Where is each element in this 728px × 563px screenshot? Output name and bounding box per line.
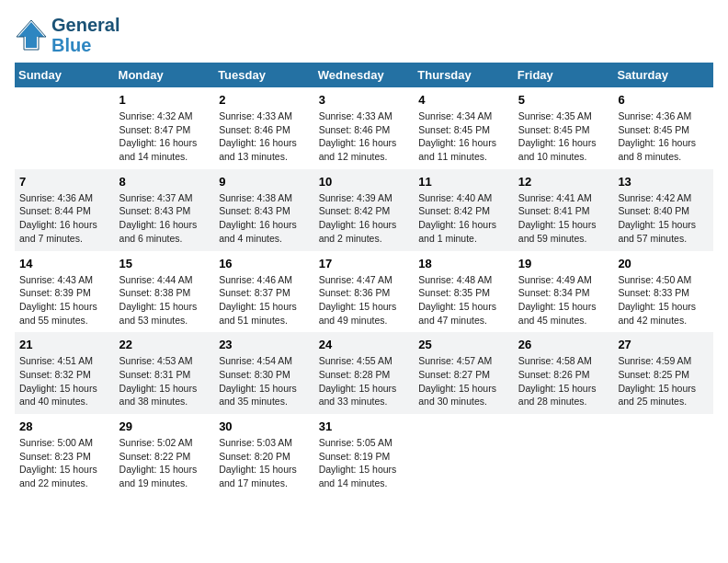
calendar-cell: 21Sunrise: 4:51 AMSunset: 8:32 PMDayligh… [15,332,115,414]
calendar-cell: 26Sunrise: 4:58 AMSunset: 8:26 PMDayligh… [514,332,614,414]
calendar-week-row: 28Sunrise: 5:00 AMSunset: 8:23 PMDayligh… [15,414,713,496]
calendar-cell: 31Sunrise: 5:05 AMSunset: 8:19 PMDayligh… [314,414,415,496]
day-number: 6 [618,93,709,107]
logo: General Blue [15,15,119,55]
day-number: 19 [518,257,609,270]
calendar-cell: 9Sunrise: 4:38 AMSunset: 8:43 PMDaylight… [214,169,314,251]
calendar-week-row: 1Sunrise: 4:32 AMSunset: 8:47 PMDaylight… [15,87,713,169]
day-number: 2 [219,93,310,107]
day-info: Sunrise: 4:42 AMSunset: 8:40 PMDaylight:… [618,191,709,246]
day-number: 7 [19,175,110,189]
calendar-cell: 29Sunrise: 5:02 AMSunset: 8:22 PMDayligh… [115,414,215,496]
day-info: Sunrise: 5:03 AMSunset: 8:20 PMDaylight:… [219,436,310,490]
day-number: 18 [418,257,509,270]
calendar-cell: 3Sunrise: 4:33 AMSunset: 8:46 PMDaylight… [314,87,415,169]
calendar-cell: 19Sunrise: 4:49 AMSunset: 8:34 PMDayligh… [514,251,614,333]
day-number: 15 [119,257,210,270]
day-info: Sunrise: 5:00 AMSunset: 8:23 PMDaylight:… [19,436,110,490]
day-number: 5 [518,93,609,107]
day-info: Sunrise: 4:47 AMSunset: 8:36 PMDaylight:… [319,273,410,327]
day-number: 30 [219,419,310,433]
calendar-cell: 13Sunrise: 4:42 AMSunset: 8:40 PMDayligh… [613,169,713,251]
day-number: 8 [119,175,210,189]
day-info: Sunrise: 4:48 AMSunset: 8:35 PMDaylight:… [418,273,509,327]
svg-marker-0 [18,22,44,48]
calendar-cell: 17Sunrise: 4:47 AMSunset: 8:36 PMDayligh… [314,251,415,333]
day-number: 11 [418,175,509,189]
weekday-header-thursday: Thursday [414,63,514,87]
day-number: 14 [19,257,110,270]
day-info: Sunrise: 4:59 AMSunset: 8:25 PMDaylight:… [618,354,709,408]
day-number: 26 [518,338,609,351]
day-number: 3 [319,93,410,107]
day-number: 9 [219,175,310,189]
day-number: 10 [319,175,410,189]
calendar-cell: 4Sunrise: 4:34 AMSunset: 8:45 PMDaylight… [414,87,514,169]
calendar-cell: 6Sunrise: 4:36 AMSunset: 8:45 PMDaylight… [613,87,713,169]
calendar-cell: 7Sunrise: 4:36 AMSunset: 8:44 PMDaylight… [15,169,115,251]
day-number: 4 [418,93,509,107]
day-number: 29 [119,419,210,433]
day-info: Sunrise: 4:51 AMSunset: 8:32 PMDaylight:… [19,354,110,408]
weekday-header-sunday: Sunday [15,63,115,87]
weekday-header-tuesday: Tuesday [214,63,314,87]
day-number: 25 [418,338,509,351]
day-number: 17 [319,257,410,270]
calendar-cell: 8Sunrise: 4:37 AMSunset: 8:43 PMDaylight… [115,169,215,251]
day-info: Sunrise: 4:36 AMSunset: 8:45 PMDaylight:… [618,109,709,164]
calendar-cell: 16Sunrise: 4:46 AMSunset: 8:37 PMDayligh… [214,251,314,333]
day-number: 22 [119,338,210,351]
calendar-cell: 14Sunrise: 4:43 AMSunset: 8:39 PMDayligh… [15,251,115,333]
calendar-table: SundayMondayTuesdayWednesdayThursdayFrid… [15,63,713,496]
calendar-cell: 1Sunrise: 4:32 AMSunset: 8:47 PMDaylight… [115,87,215,169]
calendar-cell: 25Sunrise: 4:57 AMSunset: 8:27 PMDayligh… [414,332,514,414]
calendar-cell [613,414,713,496]
weekday-header-saturday: Saturday [613,63,713,87]
day-number: 16 [219,257,310,270]
day-number: 23 [219,338,310,351]
weekday-header-friday: Friday [514,63,614,87]
calendar-cell: 27Sunrise: 4:59 AMSunset: 8:25 PMDayligh… [613,332,713,414]
day-number: 13 [618,175,709,189]
day-number: 27 [618,338,709,351]
calendar-cell: 15Sunrise: 4:44 AMSunset: 8:38 PMDayligh… [115,251,215,333]
weekday-header-wednesday: Wednesday [314,63,415,87]
day-number: 1 [119,93,210,107]
day-info: Sunrise: 4:37 AMSunset: 8:43 PMDaylight:… [119,191,210,246]
calendar-cell [514,414,614,496]
day-info: Sunrise: 4:34 AMSunset: 8:45 PMDaylight:… [418,109,509,164]
day-info: Sunrise: 4:46 AMSunset: 8:37 PMDaylight:… [219,273,310,327]
day-info: Sunrise: 4:44 AMSunset: 8:38 PMDaylight:… [119,273,210,327]
day-number: 20 [618,257,709,270]
day-info: Sunrise: 4:57 AMSunset: 8:27 PMDaylight:… [418,354,509,408]
day-info: Sunrise: 4:36 AMSunset: 8:44 PMDaylight:… [19,191,110,246]
day-info: Sunrise: 4:41 AMSunset: 8:41 PMDaylight:… [518,191,609,246]
page-header: General Blue [15,15,713,55]
day-info: Sunrise: 4:39 AMSunset: 8:42 PMDaylight:… [319,191,410,246]
day-info: Sunrise: 4:50 AMSunset: 8:33 PMDaylight:… [618,273,709,327]
day-info: Sunrise: 4:38 AMSunset: 8:43 PMDaylight:… [219,191,310,246]
day-number: 21 [19,338,110,351]
calendar-cell: 20Sunrise: 4:50 AMSunset: 8:33 PMDayligh… [613,251,713,333]
calendar-cell: 30Sunrise: 5:03 AMSunset: 8:20 PMDayligh… [214,414,314,496]
logo-icon [15,18,48,52]
calendar-cell: 12Sunrise: 4:41 AMSunset: 8:41 PMDayligh… [514,169,614,251]
day-info: Sunrise: 4:40 AMSunset: 8:42 PMDaylight:… [418,191,509,246]
day-info: Sunrise: 5:02 AMSunset: 8:22 PMDaylight:… [119,436,210,490]
day-info: Sunrise: 4:33 AMSunset: 8:46 PMDaylight:… [319,109,410,164]
day-info: Sunrise: 4:43 AMSunset: 8:39 PMDaylight:… [19,273,110,327]
day-info: Sunrise: 4:54 AMSunset: 8:30 PMDaylight:… [219,354,310,408]
calendar-cell: 22Sunrise: 4:53 AMSunset: 8:31 PMDayligh… [115,332,215,414]
calendar-week-row: 21Sunrise: 4:51 AMSunset: 8:32 PMDayligh… [15,332,713,414]
calendar-week-row: 7Sunrise: 4:36 AMSunset: 8:44 PMDaylight… [15,169,713,251]
logo-text: General Blue [51,15,119,55]
day-number: 24 [319,338,410,351]
weekday-header-monday: Monday [115,63,215,87]
day-number: 12 [518,175,609,189]
calendar-cell: 5Sunrise: 4:35 AMSunset: 8:45 PMDaylight… [514,87,614,169]
day-info: Sunrise: 4:35 AMSunset: 8:45 PMDaylight:… [518,109,609,164]
calendar-cell [15,87,115,169]
calendar-cell: 28Sunrise: 5:00 AMSunset: 8:23 PMDayligh… [15,414,115,496]
day-info: Sunrise: 4:53 AMSunset: 8:31 PMDaylight:… [119,354,210,408]
calendar-cell: 24Sunrise: 4:55 AMSunset: 8:28 PMDayligh… [314,332,415,414]
